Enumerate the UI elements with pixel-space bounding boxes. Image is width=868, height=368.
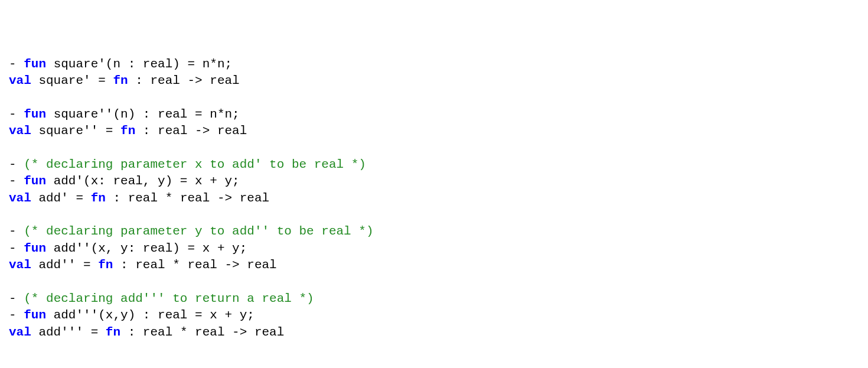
code-text: - [9,308,24,322]
code-block: - fun square'(n : real) = n*n; val squar… [9,56,859,341]
code-text: : real * real -> real [120,325,284,339]
keyword-val: val [9,74,31,87]
code-text: add''(x, y: real) = x + y; [46,242,247,255]
keyword-val: val [9,124,31,138]
code-text: : real -> real [128,74,240,87]
code-line: val square'' = fn : real -> real [9,124,247,138]
code-text: add''' = [31,325,106,339]
code-text: square''(n) : real = n*n; [46,108,240,121]
code-text: - [9,242,24,255]
code-text: square' = [31,74,113,87]
code-text: : real * real -> real [113,258,276,272]
code-text: - [9,292,24,305]
code-text: add'''(x,y) : real = x + y; [46,308,254,322]
code-text: - [9,158,24,171]
code-text: : real -> real [135,124,247,138]
keyword-val: val [9,191,31,205]
keyword-fun: fun [24,174,46,188]
keyword-fn: fn [120,124,135,138]
comment: (* declaring parameter x to add' to be r… [24,158,366,171]
keyword-fun: fun [24,57,46,71]
comment: (* declaring add''' to return a real *) [24,292,314,305]
code-line: - fun add''(x, y: real) = x + y; [9,242,247,255]
code-text: add' = [31,191,91,205]
code-text: - [9,224,24,238]
code-line: - (* declaring parameter y to add'' to b… [9,224,374,238]
code-line: - fun square''(n) : real = n*n; [9,108,240,121]
code-line: - fun square'(n : real) = n*n; [9,57,232,71]
keyword-fn: fn [106,325,120,339]
keyword-fun: fun [24,242,46,255]
keyword-fun: fun [24,108,46,121]
code-text: add'' = [31,258,98,272]
code-text: - [9,174,24,188]
code-line: - (* declaring add''' to return a real *… [9,292,314,305]
keyword-val: val [9,258,31,272]
code-line: val add'' = fn : real * real -> real [9,258,277,272]
keyword-fn: fn [91,191,106,205]
code-text: - [9,108,24,121]
comment: (* declaring parameter y to add'' to be … [24,224,373,238]
code-line: - fun add'(x: real, y) = x + y; [9,174,240,188]
code-text: - [9,57,24,71]
keyword-val: val [9,325,31,339]
code-text: square'(n : real) = n*n; [46,57,232,71]
keyword-fn: fn [98,258,113,272]
code-line: val square' = fn : real -> real [9,74,240,87]
code-text: : real * real -> real [106,191,269,205]
code-text: square'' = [31,124,120,138]
code-text: add'(x: real, y) = x + y; [46,174,240,188]
code-line: - (* declaring parameter x to add' to be… [9,158,366,171]
code-line: val add''' = fn : real * real -> real [9,325,284,339]
keyword-fn: fn [113,74,128,87]
code-line: val add' = fn : real * real -> real [9,191,269,205]
keyword-fun: fun [24,308,46,322]
code-line: - fun add'''(x,y) : real = x + y; [9,308,254,322]
